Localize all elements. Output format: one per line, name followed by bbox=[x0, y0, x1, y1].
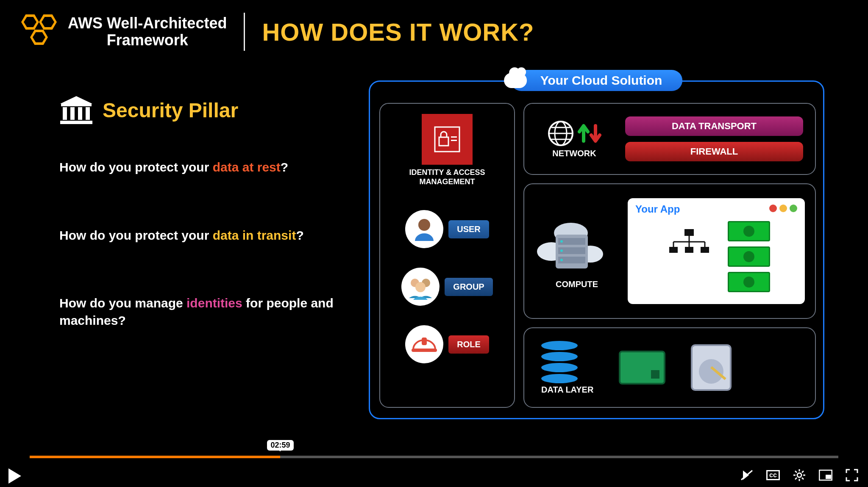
svg-rect-44 bbox=[679, 273, 685, 282]
network-panel: NETWORK DATA TRANSPORT FIREWALL bbox=[523, 103, 816, 175]
progress-time-tooltip: 02:59 bbox=[267, 440, 293, 451]
miniplayer-icon[interactable] bbox=[819, 468, 832, 482]
svg-rect-6 bbox=[60, 121, 92, 124]
svg-rect-30 bbox=[684, 229, 694, 236]
svg-point-47 bbox=[693, 267, 699, 273]
data-layer-label: DATA LAYER bbox=[541, 385, 593, 395]
svg-rect-42 bbox=[668, 282, 670, 286]
data-layer-panel: DATA LAYER bbox=[523, 327, 816, 408]
question-3: How do you manage identities for people … bbox=[59, 295, 348, 329]
svg-rect-46 bbox=[683, 282, 685, 286]
group-avatar-icon bbox=[401, 268, 440, 306]
database-cylinder-icon bbox=[541, 341, 578, 382]
up-down-arrows-icon bbox=[578, 120, 601, 147]
q2-post: ? bbox=[296, 228, 303, 242]
slide-title: HOW DOES IT WORK? bbox=[262, 18, 534, 46]
header-divider bbox=[244, 13, 245, 51]
svg-rect-54 bbox=[712, 282, 714, 286]
hex-logo-icon bbox=[21, 13, 59, 51]
autoplay-toggle-icon[interactable] bbox=[740, 468, 754, 482]
logo-text-line1: AWS Well-Architected bbox=[68, 15, 227, 32]
svg-line-64 bbox=[802, 471, 804, 473]
svg-rect-52 bbox=[708, 273, 714, 282]
svg-rect-36 bbox=[669, 247, 678, 253]
slide-header: AWS Well-Architected Framework HOW DOES … bbox=[0, 0, 868, 51]
people-icons-row bbox=[662, 266, 716, 286]
money-icons bbox=[728, 221, 770, 292]
cloud-solution-label: Your Cloud Solution bbox=[540, 73, 662, 88]
user-avatar-icon bbox=[405, 210, 443, 248]
svg-rect-49 bbox=[693, 282, 696, 286]
compute-panel: COMPUTE Your App bbox=[523, 183, 816, 319]
org-chart-icon bbox=[666, 227, 712, 261]
q2-pre: How do you protect your bbox=[59, 228, 213, 242]
svg-rect-38 bbox=[701, 247, 709, 253]
svg-point-27 bbox=[560, 240, 563, 243]
svg-line-56 bbox=[741, 470, 752, 480]
svg-rect-45 bbox=[679, 282, 681, 286]
svg-rect-4 bbox=[78, 107, 82, 120]
svg-point-28 bbox=[560, 249, 563, 252]
compute-cloud-server-icon bbox=[534, 213, 606, 277]
svg-rect-10 bbox=[451, 140, 457, 141]
window-traffic-lights-icon bbox=[767, 205, 797, 214]
svg-rect-53 bbox=[708, 282, 710, 286]
progress-time-text: 02:59 bbox=[270, 441, 290, 449]
play-button[interactable] bbox=[8, 468, 21, 484]
q2-highlight: data in transit bbox=[213, 228, 296, 242]
your-app-title: Your App bbox=[635, 203, 680, 215]
compute-label: COMPUTE bbox=[534, 279, 619, 289]
logo-text-line2: Framework bbox=[68, 32, 227, 49]
svg-point-14 bbox=[415, 282, 426, 292]
user-tag: USER bbox=[448, 220, 489, 238]
svg-rect-15 bbox=[412, 349, 437, 352]
svg-rect-2 bbox=[63, 107, 67, 120]
svg-rect-67 bbox=[826, 475, 831, 479]
svg-line-65 bbox=[795, 478, 797, 479]
pillar-institution-icon bbox=[59, 95, 93, 125]
svg-rect-41 bbox=[665, 282, 667, 286]
svg-line-62 bbox=[795, 471, 797, 473]
iam-label-l1: IDENTITY & ACCESS bbox=[380, 168, 514, 177]
video-progress-bar[interactable]: 02:59 bbox=[30, 456, 838, 458]
q1-pre: How do you protect your bbox=[59, 160, 213, 174]
subtitles-button[interactable]: cc bbox=[766, 468, 780, 482]
iam-panel: IDENTITY & ACCESS MANAGEMENT USER GROUP bbox=[379, 103, 515, 408]
svg-point-39 bbox=[665, 267, 670, 273]
svg-rect-3 bbox=[70, 107, 75, 120]
svg-rect-1 bbox=[61, 104, 92, 106]
svg-rect-8 bbox=[439, 137, 448, 146]
group-tag: GROUP bbox=[445, 278, 492, 296]
svg-rect-16 bbox=[422, 338, 427, 345]
cloud-solution-badge: Your Cloud Solution bbox=[511, 70, 683, 91]
svg-rect-50 bbox=[697, 282, 699, 286]
pillar-title: Security Pillar bbox=[103, 99, 238, 122]
globe-icon bbox=[547, 120, 574, 147]
svg-line-63 bbox=[802, 478, 804, 479]
fullscreen-icon[interactable] bbox=[845, 468, 859, 482]
question-2: How do you protect your data in transit? bbox=[59, 227, 348, 244]
network-label: NETWORK bbox=[552, 149, 596, 158]
q3-highlight: identities bbox=[186, 296, 242, 310]
firewall-pill: FIREWALL bbox=[625, 142, 803, 161]
svg-point-11 bbox=[418, 219, 430, 231]
memory-chip-icon bbox=[619, 351, 665, 385]
svg-rect-37 bbox=[685, 247, 693, 253]
framework-logo: AWS Well-Architected Framework bbox=[21, 13, 227, 51]
svg-point-51 bbox=[708, 267, 714, 273]
q1-post: ? bbox=[281, 160, 288, 174]
iam-icon bbox=[422, 114, 473, 165]
svg-rect-9 bbox=[451, 136, 457, 138]
svg-rect-48 bbox=[693, 273, 699, 282]
svg-marker-0 bbox=[60, 96, 92, 104]
your-app-window: Your App bbox=[628, 198, 805, 304]
svg-point-43 bbox=[679, 267, 685, 273]
data-transport-pill: DATA TRANSPORT bbox=[625, 116, 803, 136]
q1-highlight: data at rest bbox=[213, 160, 281, 174]
settings-gear-icon[interactable] bbox=[793, 468, 806, 482]
video-controls: 02:59 cc bbox=[0, 451, 868, 487]
role-hardhat-icon bbox=[405, 325, 443, 363]
q3-pre: How do you manage bbox=[59, 296, 186, 310]
svg-point-29 bbox=[560, 259, 563, 261]
question-1: How do you protect your data at rest? bbox=[59, 159, 348, 176]
